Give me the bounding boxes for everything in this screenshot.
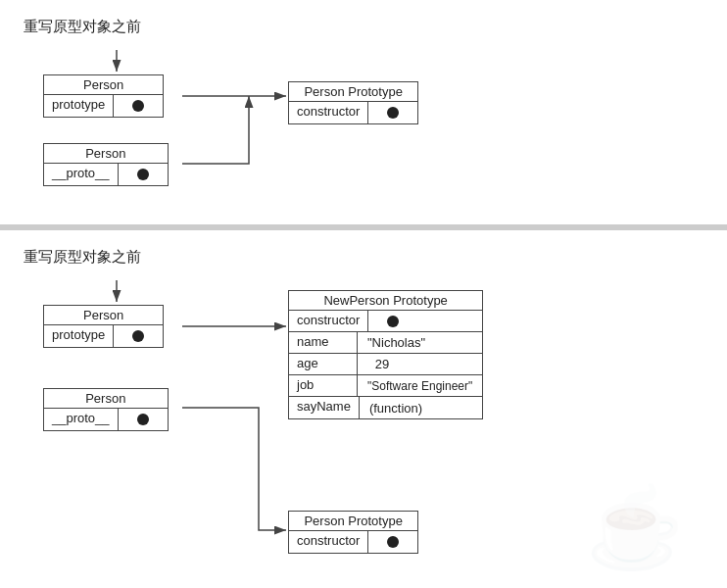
s1-ppt-row1: constructor [289, 102, 417, 123]
s2-person-proto-title: Person [44, 389, 168, 409]
s2-npp-row5: sayName (function) [289, 397, 482, 418]
section2-title: 重写原型对象之前 [24, 248, 703, 267]
section-1: 重写原型对象之前 Person prototype Person __proto… [0, 0, 727, 224]
s2-pp-dot [137, 414, 149, 425]
s1-pc-value [114, 95, 163, 117]
s1-ppt-value [368, 102, 417, 123]
s1-person-prototype-title: Person Prototype [289, 82, 417, 102]
s2-npp-value-sayname: (function) [360, 397, 432, 418]
s2-pc-row1: prototype [44, 325, 163, 347]
s2-npp-row4: job "Software Engineer" [289, 375, 482, 397]
s2-pp-row1: __proto__ [44, 409, 168, 430]
s2-person-constructor-box: Person prototype [43, 305, 164, 348]
s2-newperson-prototype-title: NewPerson Prototype [289, 291, 482, 311]
s2-npp-value-name: "Nicholas" [358, 332, 435, 353]
s2-pc-value [114, 325, 163, 347]
s2-npp-label-age: age [289, 354, 358, 374]
s2-npp-label-job: job [289, 375, 358, 396]
s2-npp-label-constructor: constructor [289, 311, 368, 331]
s2-pc-dot [132, 330, 144, 342]
s1-pp-row1: __proto__ [44, 164, 168, 185]
s1-pp-label: __proto__ [44, 164, 119, 185]
section2-diagram: Person prototype Person __proto__ NewPer… [24, 280, 703, 584]
s1-arrow-proto-to-prototype [182, 96, 249, 164]
s1-ppt-dot [387, 107, 399, 119]
s2-npp-value-age: 29 [358, 354, 407, 374]
s2-npp-dot-constructor [387, 316, 399, 327]
s2-ppt-dot [387, 536, 399, 548]
s1-person-constructor-box: Person prototype [43, 74, 164, 118]
section1-title: 重写原型对象之前 [24, 18, 703, 36]
s2-npp-row2: name "Nicholas" [289, 332, 482, 354]
s1-pp-value [119, 164, 168, 185]
s1-person-constructor-title: Person [44, 75, 163, 95]
s2-npp-row1: constructor [289, 311, 482, 332]
s2-person-prototype-box: Person Prototype constructor [288, 511, 418, 554]
s1-person-proto-title: Person [44, 144, 168, 164]
s2-arrow-proto-to-personprototype [182, 408, 286, 530]
s1-pp-dot [137, 169, 149, 180]
s2-ppt-label: constructor [289, 531, 368, 553]
s2-npp-value-constructor [368, 311, 417, 331]
s2-pc-label: prototype [44, 325, 114, 347]
s2-npp-value-job: "Software Engineer" [358, 375, 482, 396]
s2-pp-label: __proto__ [44, 409, 119, 430]
s2-person-prototype-title: Person Prototype [289, 512, 417, 531]
s2-person-proto-box: Person __proto__ [43, 388, 169, 431]
s1-person-prototype-box: Person Prototype constructor [288, 81, 418, 124]
s2-npp-label-sayname: sayName [289, 397, 360, 418]
s1-pc-label: prototype [44, 95, 114, 117]
s2-ppt-value [368, 531, 417, 553]
s1-person-proto-box: Person __proto__ [43, 143, 169, 186]
s2-person-constructor-title: Person [44, 306, 163, 325]
watermark: ☕ [586, 482, 684, 574]
section-2: 重写原型对象之前 Person prototype Person __proto… [0, 224, 727, 588]
s2-pp-value [119, 409, 168, 430]
s2-npp-label-name: name [289, 332, 358, 353]
s1-ppt-label: constructor [289, 102, 368, 123]
s1-pc-dot [132, 100, 144, 112]
s2-ppt-row1: constructor [289, 531, 417, 553]
s1-pc-row1: prototype [44, 95, 163, 117]
s2-newperson-prototype-box: NewPerson Prototype constructor name "Ni… [288, 290, 483, 419]
section1-diagram: Person prototype Person __proto__ Person… [24, 50, 703, 207]
s2-npp-row3: age 29 [289, 354, 482, 375]
